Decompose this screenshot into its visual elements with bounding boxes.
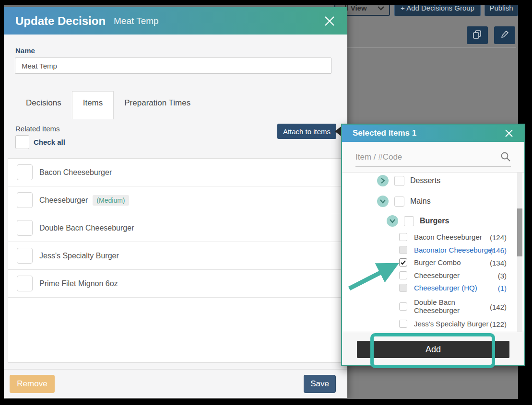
publish-label: Publish [489,5,513,12]
tree-leaf: Jess's Specialty Burger [399,320,488,328]
remove-button[interactable]: Remove [10,375,55,393]
leaf-checkbox[interactable] [399,246,407,254]
related-items-list: Bacon Cheeseburger Cheeseburger (Medium)… [8,158,343,363]
background-divider [347,47,516,48]
tree-group-burgers: Burgers [387,215,449,227]
related-items-label: Related Items [15,125,60,133]
leaf-checkbox[interactable] [399,302,407,311]
list-item: Prime Filet Mignon 6oz [8,270,343,298]
pencil-icon [500,30,509,41]
add-decisions-group-button[interactable]: + Add Decisions Group [394,5,481,16]
tab-preparation-times[interactable]: Preparation Times [114,92,201,115]
item-checkbox[interactable] [17,248,33,264]
item-badge: (Medium) [93,195,129,206]
group-label: Burgers [420,217,449,225]
list-item: Double Bacn Cheeseburger [8,214,343,242]
group-checkbox[interactable] [404,216,414,226]
item-label: Double Bacn Cheeseburger [39,224,134,232]
leaf-checkbox[interactable] [399,271,407,279]
item-tree: Desserts Mains Burgers Bacon Cheeseburge… [342,173,524,332]
leaf-code: (142) [490,303,507,311]
checkmark-icon [401,260,406,265]
leaf-checkbox[interactable] [399,284,407,292]
leaf-code: (3) [498,272,507,280]
leaf-checkbox[interactable] [399,320,407,328]
item-checkbox[interactable] [17,276,33,291]
leaf-label: Baconator Cheeseburger [414,246,495,254]
tree-leaf: Cheeseburger [399,271,460,279]
group-label: Desserts [410,176,440,185]
leaf-checkbox[interactable] [399,233,407,241]
expand-chevron-right-icon[interactable] [377,175,389,186]
modal-footer: Remove Save [4,369,347,398]
save-button[interactable]: Save [304,375,336,393]
update-decision-modal: Update Decision Meat Temp Name Decisions… [4,7,347,398]
modal-title: Update Decision [15,14,106,28]
attach-to-items-button[interactable]: Attach to items [277,124,336,139]
item-checkbox[interactable] [17,220,33,236]
duplicate-button[interactable] [467,26,488,44]
close-icon[interactable] [323,15,336,27]
leaf-code: (146) [490,246,507,255]
close-icon[interactable] [504,128,514,138]
name-field-label: Name [15,46,35,55]
popup-header: Selected items 1 [342,125,524,142]
leaf-label: Jess's Specialty Burger [414,320,488,328]
leaf-code: (124) [490,233,507,242]
popup-footer: Add [342,332,524,365]
add-button[interactable]: Add [357,341,509,358]
item-checkbox[interactable] [17,192,33,208]
item-label: Bacon Cheeseburger [39,168,112,177]
modal-header: Update Decision Meat Temp [4,7,347,35]
edit-button[interactable] [494,26,515,44]
search-input[interactable] [355,148,511,167]
tree-leaf-burger-combo: Burger Combo [399,258,461,266]
group-checkbox[interactable] [394,197,404,207]
check-all-label: Check all [34,138,65,146]
item-label: Jess's Specialty Burger [39,252,119,260]
group-label: Mains [410,197,431,206]
popup-scrollbar-track[interactable] [517,173,522,332]
item-label: Cheeseburger [39,196,88,205]
leaf-label: Cheeseburger [414,271,460,279]
list-item: Bacon Cheeseburger [8,159,343,186]
tab-bar: Decisions Items Preparation Times [15,91,201,115]
tree-group-desserts: Desserts [377,175,440,186]
search-icon [500,151,511,164]
add-decisions-group-label: + Add Decisions Group [401,5,474,12]
publish-button[interactable]: Publish [485,5,518,16]
leaf-label: Bacon Cheeseburger [414,233,482,241]
chevron-down-icon [378,5,384,12]
item-label: Prime Filet Mignon 6oz [39,279,118,288]
collapse-chevron-down-icon[interactable] [387,215,398,227]
tree-leaf: Double Bacn Cheeseburger [399,298,495,314]
copy-icon [472,30,483,41]
leaf-checkbox-checked[interactable] [399,258,407,266]
popup-title: Selected items 1 [353,128,416,138]
leaf-code: (134) [490,259,507,267]
tree-leaf: Bacon Cheeseburger [399,233,482,241]
tree-leaf: Baconator Cheeseburger [399,246,495,254]
leaf-label: Cheeseburger (HQ) [414,284,477,292]
tab-decisions[interactable]: Decisions [15,92,72,115]
tree-group-mains: Mains [377,196,431,207]
modal-subtitle: Meat Temp [114,16,159,26]
leaf-code: (122) [490,320,507,328]
list-item: Jess's Specialty Burger [8,242,343,270]
item-checkbox[interactable] [17,164,33,180]
selected-items-popup: Selected items 1 Desserts Mains [341,124,525,366]
group-checkbox[interactable] [394,176,404,186]
leaf-label: Burger Combo [414,258,461,266]
check-all-checkbox[interactable] [15,135,29,149]
collapse-chevron-down-icon[interactable] [377,196,389,207]
name-input[interactable] [15,58,331,74]
leaf-code: (1) [498,284,507,292]
popup-pointer-arrow [335,127,341,136]
tree-leaf: Cheeseburger (HQ) [399,284,477,292]
tab-items[interactable]: Items [72,91,114,119]
list-item: Cheeseburger (Medium) [8,186,343,214]
popup-search-bar [342,142,524,173]
popup-scrollbar-thumb[interactable] [517,208,522,256]
leaf-label: Double Bacn Cheeseburger [414,298,476,314]
